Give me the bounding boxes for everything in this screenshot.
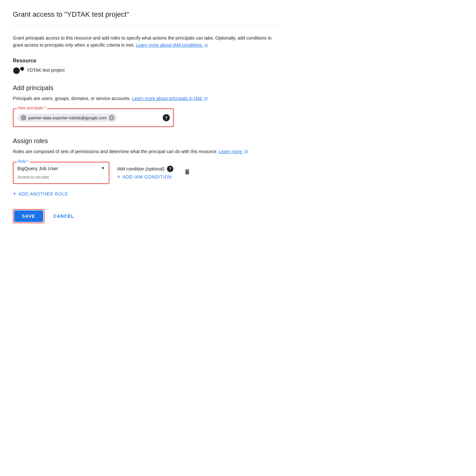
resource-section: Resource ⬤⬤ YDTAK test project [13,58,277,74]
external-link-icon [204,44,208,48]
role-dropdown-arrow-icon: ▼ [101,166,105,170]
save-button[interactable]: SAVE [14,210,43,222]
resource-name: YDTAK test project [27,68,65,73]
page-title: Grant access to "YDTAK test project" [13,10,277,25]
add-principals-section: Add principals Principals are users, gro… [13,84,277,127]
assign-roles-section: Assign roles Roles are composed of sets … [13,137,277,198]
new-principals-field[interactable]: New principals * partner-data-exporter-r… [13,108,174,127]
resource-icon: ⬤⬤ [13,66,24,74]
role-label: Role * [17,159,30,164]
iam-condition-label: IAM condition (optional) [117,166,164,171]
principals-description: Principals are users, groups, domains, o… [13,95,277,102]
principal-chip[interactable]: partner-data-exporter-robots@google.com … [17,114,117,122]
add-iam-condition-button[interactable]: + ADD IAM CONDITION [117,174,173,180]
add-another-role-button[interactable]: + ADD ANOTHER ROLE [13,189,68,199]
iam-condition-block: IAM condition (optional) ? + ADD IAM CON… [117,166,173,180]
principals-link[interactable]: Learn more about principals in IAM [132,96,208,101]
new-principals-label: New principals * [17,106,47,110]
roles-external-link-icon [244,150,248,154]
chip-email: partner-data-exporter-robots@google.com [28,115,107,120]
new-principals-help-icon[interactable]: ? [163,114,170,121]
iam-condition-area: IAM condition (optional) ? + ADD IAM CON… [117,166,191,180]
cancel-button[interactable]: CANCEL [50,210,78,222]
page-description: Grant principals access to this resource… [13,34,277,49]
roles-learn-more-link[interactable]: Learn more [219,149,248,154]
role-value: BigQuery Job User [17,166,101,171]
delete-role-icon[interactable] [184,168,191,177]
iam-conditions-link[interactable]: Learn more about IAM conditions [136,42,208,48]
roles-description: Roles are composed of sets of permission… [13,148,277,155]
chip-avatar-icon [21,115,26,121]
iam-condition-help-icon[interactable]: ? [167,166,173,172]
resource-section-title: Resource [13,58,277,64]
role-field[interactable]: Role * BigQuery Job User ▼ Access to run… [13,162,109,184]
add-principals-title: Add principals [13,84,277,92]
actions-row: SAVE CANCEL [13,209,277,223]
save-button-wrapper: SAVE [13,209,44,223]
assign-roles-title: Assign roles [13,137,277,145]
role-iam-row: Role * BigQuery Job User ▼ Access to run… [13,162,277,184]
role-hint: Access to run jobs [14,174,109,182]
chip-close-icon[interactable]: ✕ [109,115,114,121]
principals-external-link-icon [204,97,208,101]
